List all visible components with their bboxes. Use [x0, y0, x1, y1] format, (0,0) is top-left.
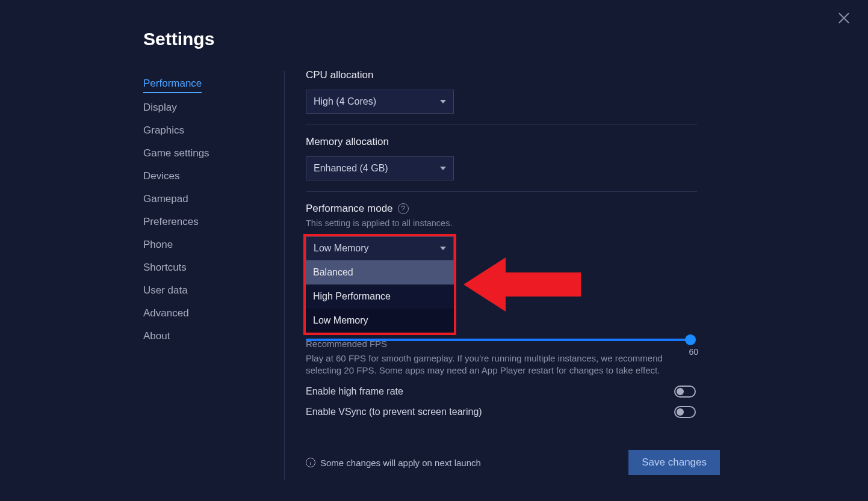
high-frame-rate-label: Enable high frame rate	[306, 386, 403, 397]
memory-allocation-select[interactable]: Enhanced (4 GB)	[306, 156, 454, 180]
dropdown-option-balanced[interactable]: Balanced	[306, 260, 454, 284]
svg-marker-0	[463, 257, 581, 312]
section-divider	[306, 124, 697, 125]
section-divider	[306, 191, 697, 192]
vertical-divider	[284, 71, 285, 480]
toggle-knob	[677, 388, 684, 395]
chevron-down-icon	[440, 167, 446, 170]
page-title: Settings	[143, 29, 214, 49]
sidebar-item-advanced[interactable]: Advanced	[143, 302, 189, 325]
close-button[interactable]	[837, 11, 851, 25]
sidebar-item-preferences[interactable]: Preferences	[143, 211, 199, 233]
fps-value-label: 60	[689, 347, 698, 357]
recommended-fps-text: Play at 60 FPS for smooth gameplay. If y…	[306, 352, 697, 377]
toggle-knob	[677, 408, 684, 416]
memory-allocation-label: Memory allocation	[306, 136, 703, 148]
vsync-toggle[interactable]	[674, 406, 696, 418]
help-icon[interactable]: ?	[398, 203, 409, 214]
high-frame-rate-toggle[interactable]	[674, 386, 696, 398]
sidebar-item-user-data[interactable]: User data	[143, 279, 188, 302]
slider-track	[306, 339, 691, 341]
performance-mode-dropdown: Balanced High Performance Low Memory	[306, 260, 454, 333]
chevron-down-icon	[440, 100, 446, 103]
sidebar-item-game-settings[interactable]: Game settings	[143, 142, 209, 165]
annotation-arrow	[463, 254, 584, 315]
info-icon: i	[306, 458, 315, 467]
sidebar: Performance Display Graphics Game settin…	[143, 72, 264, 348]
save-changes-button[interactable]: Save changes	[628, 450, 720, 475]
sidebar-item-shortcuts[interactable]: Shortcuts	[143, 256, 187, 279]
performance-mode-select[interactable]: Low Memory	[306, 236, 454, 260]
dropdown-option-low-memory[interactable]: Low Memory	[306, 309, 454, 333]
sidebar-item-graphics[interactable]: Graphics	[143, 119, 184, 142]
footer-bar: i Some changes will apply on next launch…	[306, 450, 720, 475]
sidebar-item-phone[interactable]: Phone	[143, 233, 173, 256]
slider-thumb[interactable]	[685, 334, 696, 345]
sidebar-item-display[interactable]: Display	[143, 96, 177, 119]
footer-note: i Some changes will apply on next launch	[306, 458, 481, 468]
sidebar-item-about[interactable]: About	[143, 325, 170, 348]
performance-mode-subtext: This setting is applied to all instances…	[306, 218, 703, 228]
sidebar-item-devices[interactable]: Devices	[143, 165, 179, 188]
sidebar-item-performance[interactable]: Performance	[143, 72, 202, 93]
sidebar-item-gamepad[interactable]: Gamepad	[143, 188, 188, 211]
chevron-down-icon	[440, 247, 446, 250]
cpu-allocation-value: High (4 Cores)	[314, 96, 376, 107]
vsync-label: Enable VSync (to prevent screen tearing)	[306, 407, 482, 417]
settings-content: CPU allocation High (4 Cores) Memory all…	[306, 69, 703, 418]
performance-mode-value: Low Memory	[314, 243, 369, 254]
performance-mode-label: Performance mode ?	[306, 203, 703, 215]
dropdown-option-high-performance[interactable]: High Performance	[306, 284, 454, 309]
close-icon	[837, 11, 851, 25]
cpu-allocation-label: CPU allocation	[306, 69, 703, 81]
memory-allocation-value: Enhanced (4 GB)	[314, 163, 388, 174]
cpu-allocation-select[interactable]: High (4 Cores)	[306, 90, 454, 114]
